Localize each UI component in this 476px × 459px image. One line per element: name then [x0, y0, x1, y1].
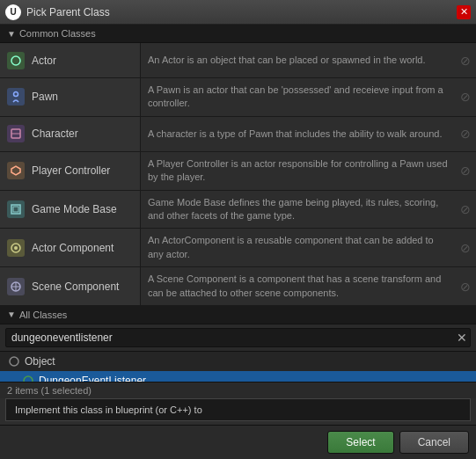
- all-classes-section: ▼ All Classes ✕ Object DungeonEventListe…: [0, 306, 476, 459]
- actor-component-status: ⊘: [455, 229, 476, 266]
- tree-item-dungeon[interactable]: DungeonEventListener: [0, 371, 476, 382]
- scene-component-icon: [7, 278, 25, 295]
- game-mode-description: Game Mode Base defines the game being pl…: [141, 191, 455, 229]
- class-item-pawn[interactable]: Pawn A Pawn is an actor that can be 'pos…: [0, 78, 476, 117]
- buttons-row: Select Cancel: [0, 425, 476, 459]
- class-left-player-controller: Player Controller: [0, 152, 141, 190]
- common-classes-section: ▼ Common Classes Actor An Actor is an ob…: [0, 25, 476, 306]
- pawn-label: Pawn: [32, 91, 58, 103]
- status-bar: 2 items (1 selected): [0, 382, 476, 398]
- section-arrow: ▼: [7, 29, 16, 39]
- game-mode-status: ⊘: [455, 191, 476, 229]
- character-description: A character is a type of Pawn that inclu…: [141, 117, 455, 151]
- player-controller-description: A Player Controller is an actor responsi…: [141, 152, 455, 190]
- dungeon-label: DungeonEventListener: [39, 375, 146, 382]
- items-count: 2 items (1 selected): [7, 385, 92, 396]
- actor-status: ⊘: [455, 43, 476, 77]
- dungeon-icon: [21, 374, 35, 382]
- actor-component-description: An ActorComponent is a reusable componen…: [141, 229, 455, 266]
- ue-logo: U: [5, 4, 21, 20]
- all-classes-header: ▼ All Classes: [0, 306, 476, 324]
- tree-container[interactable]: Object DungeonEventListener: [0, 352, 476, 382]
- game-mode-icon: [7, 200, 25, 218]
- character-status: ⊘: [455, 117, 476, 151]
- character-label: Character: [32, 128, 78, 140]
- pawn-icon: [7, 88, 25, 106]
- player-controller-status: ⊘: [455, 152, 476, 190]
- actor-description: An Actor is an object that can be placed…: [141, 43, 455, 77]
- cancel-button[interactable]: Cancel: [399, 431, 469, 454]
- scene-component-status: ⊘: [455, 267, 476, 305]
- actor-component-label: Actor Component: [32, 242, 114, 254]
- class-item-actor-component[interactable]: Actor Component An ActorComponent is a r…: [0, 229, 476, 267]
- svg-point-7: [14, 246, 18, 250]
- common-classes-header: ▼ Common Classes: [0, 25, 476, 43]
- search-container: ✕: [0, 324, 476, 352]
- tooltip-text: Implement this class in blueprint (or C+…: [15, 404, 202, 415]
- tooltip: Implement this class in blueprint (or C+…: [5, 398, 471, 421]
- title-bar-left: U Pick Parent Class: [5, 4, 110, 20]
- class-left-scene-component: Scene Component: [0, 267, 141, 305]
- svg-rect-5: [13, 207, 18, 212]
- class-left-actor-component: Actor Component: [0, 229, 141, 266]
- svg-point-0: [11, 56, 20, 65]
- class-item-character[interactable]: Character A character is a type of Pawn …: [0, 117, 476, 152]
- player-controller-icon: [7, 162, 25, 179]
- close-button[interactable]: ✕: [457, 5, 471, 19]
- svg-point-1: [14, 92, 18, 97]
- class-left-character: Character: [0, 117, 141, 151]
- pawn-status: ⊘: [455, 78, 476, 116]
- main-container: ▼ Common Classes Actor An Actor is an ob…: [0, 25, 476, 459]
- search-input[interactable]: [5, 328, 471, 347]
- all-classes-arrow: ▼: [7, 310, 16, 319]
- all-classes-label: All Classes: [19, 310, 67, 320]
- common-classes-label: Common Classes: [19, 28, 96, 39]
- svg-point-11: [10, 357, 18, 366]
- actor-icon: [7, 52, 25, 69]
- scene-component-label: Scene Component: [32, 280, 119, 293]
- actor-component-icon: [7, 239, 25, 257]
- actor-label: Actor: [32, 55, 56, 67]
- game-mode-label: Game Mode Base: [32, 203, 117, 215]
- object-expand-icon: [7, 354, 21, 368]
- pawn-description: A Pawn is an actor that can be 'possesse…: [141, 78, 455, 116]
- class-left-pawn: Pawn: [0, 78, 141, 116]
- class-item-actor[interactable]: Actor An Actor is an object that can be …: [0, 43, 476, 78]
- class-item-scene-component[interactable]: Scene Component A Scene Component is a c…: [0, 267, 476, 306]
- scene-component-description: A Scene Component is a component that ha…: [141, 267, 455, 305]
- title-bar: U Pick Parent Class ✕: [0, 0, 476, 25]
- class-item-game-mode[interactable]: Game Mode Base Game Mode Base defines th…: [0, 191, 476, 230]
- class-item-player-controller[interactable]: Player Controller A Player Controller is…: [0, 152, 476, 191]
- class-left-actor: Actor: [0, 43, 141, 77]
- window-title: Pick Parent Class: [26, 6, 110, 18]
- player-controller-label: Player Controller: [32, 164, 110, 177]
- tree-item-object[interactable]: Object: [0, 352, 476, 371]
- select-button[interactable]: Select: [327, 431, 393, 454]
- character-icon: [7, 125, 25, 142]
- object-label: Object: [25, 355, 55, 368]
- class-left-game-mode: Game Mode Base: [0, 191, 141, 229]
- search-clear-button[interactable]: ✕: [457, 332, 467, 344]
